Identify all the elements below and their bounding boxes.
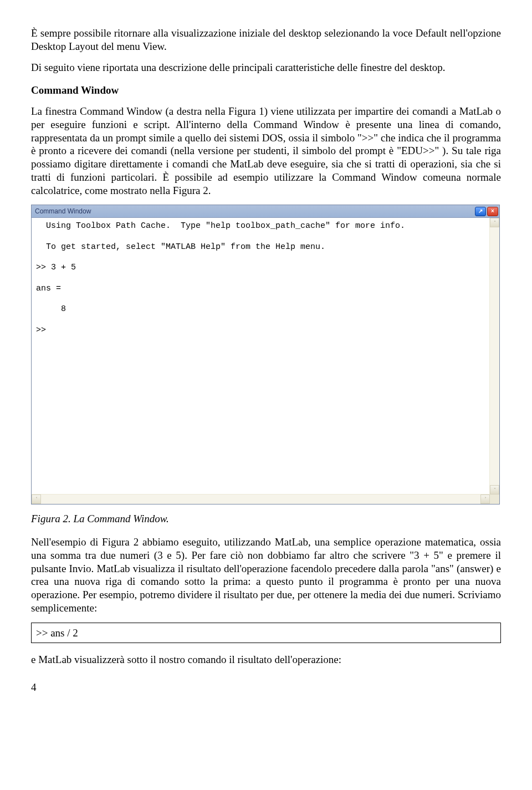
page-number: 4: [31, 681, 501, 694]
command-window-screenshot: Command Window ↗ × Using Toolbox Path Ca…: [31, 205, 500, 504]
scroll-up-icon[interactable]: ˄: [490, 218, 499, 227]
scroll-track-vertical[interactable]: [490, 227, 499, 485]
close-icon[interactable]: ×: [487, 207, 498, 216]
scrollbar-corner: [490, 495, 499, 504]
paragraph-intro-2: Di seguito viene riportata una descrizio…: [31, 61, 501, 74]
scroll-down-icon[interactable]: ˅: [490, 485, 499, 495]
scroll-right-icon[interactable]: ˃: [480, 495, 490, 504]
command-window-body: Using Toolbox Path Cache. Type "help too…: [32, 218, 499, 504]
command-window-content[interactable]: Using Toolbox Path Cache. Type "help too…: [32, 218, 499, 494]
paragraph-cmdwin-desc: La finestra Command Window (a destra nel…: [31, 105, 501, 197]
command-window-title: Command Window: [35, 207, 474, 216]
paragraph-intro-1: È sempre possibile ritornare alla visual…: [31, 27, 501, 53]
heading-command-window: Command Window: [31, 84, 501, 97]
paragraph-example: Nell'esempio di Figura 2 abbiamo eseguit…: [31, 536, 501, 615]
figure-caption: Figura 2. La Command Window.: [31, 512, 501, 526]
code-box: >> ans / 2: [31, 623, 501, 644]
vertical-scrollbar[interactable]: ˄ ˅: [489, 218, 499, 495]
command-window-titlebar: Command Window ↗ ×: [32, 205, 499, 218]
horizontal-scrollbar[interactable]: ˂ ˃: [32, 494, 499, 504]
scroll-track-horizontal[interactable]: [41, 495, 480, 504]
scroll-left-icon[interactable]: ˂: [32, 495, 41, 504]
undock-icon[interactable]: ↗: [475, 207, 486, 216]
paragraph-result: e MatLab visualizzerà sotto il nostro co…: [31, 653, 501, 666]
